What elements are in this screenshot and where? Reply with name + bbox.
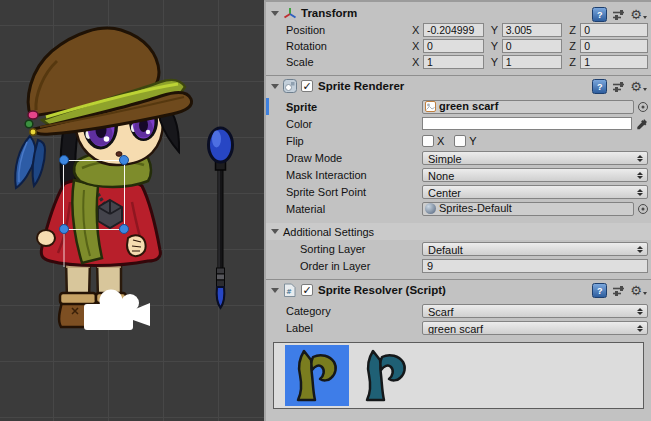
field-label: Sprite Sort Point <box>266 186 422 198</box>
transform-icon <box>283 6 297 20</box>
component-title: Sprite Resolver (Script) <box>318 284 446 296</box>
rotation-x-input[interactable]: 0 <box>423 39 484 53</box>
field-label: Category <box>266 305 422 317</box>
field-label: Sprite <box>266 101 422 113</box>
foldout-icon[interactable] <box>271 84 279 89</box>
sprite-renderer-component: ✓ Sprite Renderer ? ⚙ Sprite <box>266 75 651 274</box>
material-object-name: Sprites-Default <box>439 202 512 215</box>
axis-label-y: Y <box>491 24 500 36</box>
dropdown-arrow-icon <box>637 172 643 180</box>
field-label: Rotation <box>266 40 412 52</box>
position-row: Position X-0.204999 Y3.005 Z0 <box>266 22 651 38</box>
field-label: Material <box>266 203 422 215</box>
presets-icon[interactable] <box>612 9 625 21</box>
dropdown-arrow-icon <box>637 189 643 197</box>
foldout-icon[interactable] <box>271 11 279 16</box>
object-picker-icon[interactable] <box>638 204 648 214</box>
component-title: Transform <box>301 7 357 19</box>
help-icon[interactable]: ? <box>592 79 607 94</box>
dropdown-arrow-icon <box>637 155 643 163</box>
material-object-field[interactable]: Sprites-Default <box>422 202 634 216</box>
position-z-input[interactable]: 0 <box>580 23 648 37</box>
field-label: Sorting Layer <box>266 243 422 255</box>
foldout-icon[interactable] <box>271 288 279 293</box>
magic-staff[interactable] <box>209 128 233 308</box>
position-x-input[interactable]: -0.204999 <box>423 23 484 37</box>
scene-canvas <box>0 0 264 421</box>
prefab-override-bar <box>266 98 269 115</box>
sprite-object-field[interactable]: green scarf <box>422 100 634 114</box>
flip-y-label: Y <box>469 135 476 147</box>
draw-mode-row: Draw Mode Simple <box>266 149 651 166</box>
gear-icon[interactable]: ⚙ <box>630 8 647 21</box>
help-icon[interactable]: ? <box>592 7 607 22</box>
component-enabled-checkbox[interactable]: ✓ <box>301 80 313 92</box>
sprite-asset-icon <box>425 101 436 112</box>
rotation-z-input[interactable]: 0 <box>580 39 648 53</box>
sprite-sort-point-dropdown[interactable]: Center <box>422 185 648 199</box>
eyedropper-icon[interactable] <box>636 118 648 130</box>
category-row: Category Scarf <box>266 302 651 319</box>
sorting-layer-dropdown[interactable]: Default <box>422 242 648 256</box>
component-enabled-checkbox[interactable]: ✓ <box>301 284 313 296</box>
dropdown-arrow-icon <box>637 325 643 333</box>
component-title: Sprite Renderer <box>318 80 404 92</box>
sprite-renderer-icon <box>283 79 297 93</box>
sprite-resolver-header[interactable]: # ✓ Sprite Resolver (Script) ? ⚙ <box>266 280 651 300</box>
inspector-panel: Transform ? ⚙ Position X-0.204999 Y3. <box>264 0 651 421</box>
sprite-thumbnail-green-scarf[interactable] <box>285 345 349 406</box>
transform-header[interactable]: Transform ? ⚙ <box>266 4 651 22</box>
draw-mode-dropdown[interactable]: Simple <box>422 151 648 165</box>
additional-settings-foldout[interactable]: Additional Settings <box>266 223 651 240</box>
category-dropdown[interactable]: Scarf <box>422 304 648 318</box>
position-y-input[interactable]: 3.005 <box>502 23 563 37</box>
scale-x-input[interactable]: 1 <box>423 55 484 69</box>
axis-label-z: Z <box>569 24 578 36</box>
material-row: Material Sprites-Default <box>266 200 651 217</box>
field-label: Scale <box>266 56 412 68</box>
witch-girl-character[interactable] <box>15 28 191 327</box>
flip-row: Flip X Y <box>266 132 651 149</box>
gear-icon[interactable]: ⚙ <box>630 80 647 93</box>
csharp-script-icon: # <box>283 283 296 297</box>
field-label: Mask Interaction <box>266 169 422 181</box>
mask-interaction-dropdown[interactable]: None <box>422 168 648 182</box>
foldout-icon[interactable] <box>271 229 279 234</box>
label-row: Label green scarf <box>266 319 651 336</box>
dropdown-arrow-icon <box>637 308 643 316</box>
order-in-layer-input[interactable]: 9 <box>422 259 648 273</box>
help-icon[interactable]: ? <box>592 283 607 298</box>
color-row: Color <box>266 115 651 132</box>
presets-icon[interactable] <box>612 285 625 297</box>
scale-y-input[interactable]: 1 <box>502 55 563 69</box>
scale-row: Scale X1 Y1 Z1 <box>266 54 651 70</box>
presets-icon[interactable] <box>612 81 625 93</box>
label-dropdown[interactable]: green scarf <box>422 321 648 335</box>
transform-component: Transform ? ⚙ Position X-0.204999 Y3. <box>266 2 651 70</box>
object-picker-icon[interactable] <box>638 102 648 112</box>
sprite-resolver-component: # ✓ Sprite Resolver (Script) ? ⚙ Categor… <box>266 279 651 409</box>
dropdown-arrow-icon <box>637 246 643 254</box>
sprite-renderer-header[interactable]: ✓ Sprite Renderer ? ⚙ <box>266 76 651 96</box>
sprite-thumbnail-blue-scarf[interactable] <box>354 345 418 406</box>
field-label: Label <box>266 322 422 334</box>
axis-label-x: X <box>412 24 421 36</box>
field-label: Color <box>266 118 422 130</box>
sprite-row: Sprite green scarf <box>266 98 651 115</box>
flip-y-checkbox[interactable] <box>454 135 466 147</box>
material-sphere-icon <box>425 203 436 214</box>
order-in-layer-row: Order in Layer 9 <box>266 257 651 274</box>
additional-settings-label: Additional Settings <box>283 226 374 238</box>
scene-view[interactable] <box>0 0 264 421</box>
sorting-layer-row: Sorting Layer Default <box>266 240 651 257</box>
sprite-sort-point-row: Sprite Sort Point Center <box>266 183 651 200</box>
sprite-variant-preview <box>273 342 644 409</box>
color-swatch[interactable] <box>422 117 632 130</box>
rotation-y-input[interactable]: 0 <box>502 39 563 53</box>
gear-icon[interactable]: ⚙ <box>630 284 647 297</box>
svg-text:#: # <box>286 288 292 296</box>
flip-x-checkbox[interactable] <box>422 135 434 147</box>
scale-z-input[interactable]: 1 <box>580 55 648 69</box>
rotation-row: Rotation X0 Y0 Z0 <box>266 38 651 54</box>
sprite-object-name: green scarf <box>439 100 498 113</box>
